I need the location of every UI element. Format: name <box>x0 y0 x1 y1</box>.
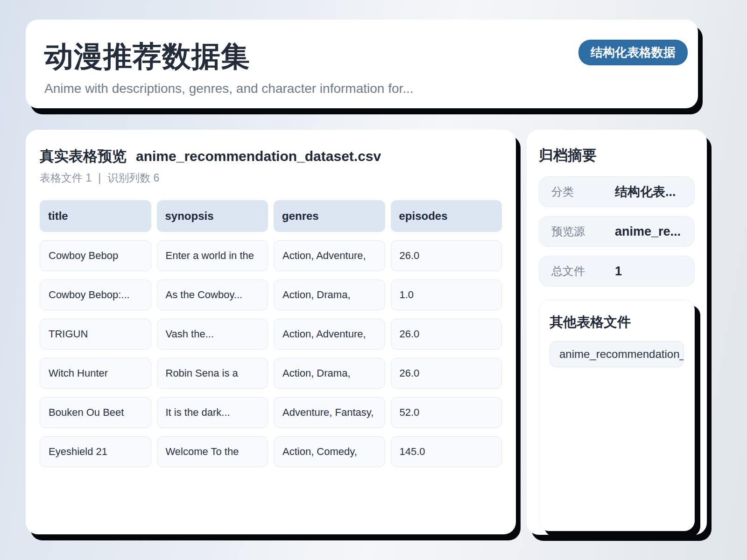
stat-label: 预览源 <box>551 224 615 239</box>
file-list-item[interactable]: anime_recommendation_d... <box>550 341 684 367</box>
table-cell: As the Cowboy... <box>157 280 268 310</box>
meta-column-count: 识别列数 6 <box>107 171 159 185</box>
stat-value: anime_re... <box>615 224 681 239</box>
table-cell: Action, Drama, <box>274 280 385 310</box>
archive-summary-card: 归档摘要 分类 结构化表... 预览源 anime_re... 总文件 1 其他… <box>527 130 707 535</box>
table-cell: Action, Adventure, <box>274 319 385 350</box>
page-subtitle: Anime with descriptions, genres, and cha… <box>44 81 679 96</box>
table-cell: Action, Drama, <box>274 358 385 389</box>
archive-summary-heading: 归档摘要 <box>539 146 695 165</box>
table-cell: Vash the... <box>157 319 268 350</box>
table-cell: Cowboy Bebop:... <box>40 280 151 310</box>
table-cell: Witch Hunter <box>40 358 151 389</box>
table-cell: 26.0 <box>391 319 502 350</box>
category-badge: 结构化表格数据 <box>578 40 688 65</box>
table-cell: TRIGUN <box>40 319 151 350</box>
table-cell: 26.0 <box>391 240 502 271</box>
column-header-genres: genres <box>274 200 385 232</box>
stat-label: 总文件 <box>551 264 615 279</box>
column-header-title: title <box>40 200 151 232</box>
meta-separator: | <box>98 172 101 184</box>
table-cell: Action, Comedy, <box>274 436 385 467</box>
other-files-card: 其他表格文件 anime_recommendation_d... <box>539 300 695 531</box>
table-cell: Enter a world in the <box>157 240 268 271</box>
table-cell: Action, Adventure, <box>274 240 385 271</box>
table-cell: Eyeshield 21 <box>40 436 151 467</box>
table-cell: Bouken Ou Beet <box>40 397 151 428</box>
stat-row-preview-source: 预览源 anime_re... <box>539 216 695 247</box>
table-cell: It is the dark... <box>157 397 268 428</box>
table-cell: Adventure, Fantasy, <box>274 397 385 428</box>
header-card: 动漫推荐数据集 Anime with descriptions, genres,… <box>26 20 698 108</box>
stat-value: 1 <box>615 264 622 279</box>
table-cell: 26.0 <box>391 358 502 389</box>
preview-filename: anime_recommendation_dataset.csv <box>136 148 381 164</box>
preview-heading-row: 真实表格预览 anime_recommendation_dataset.csv <box>40 147 502 166</box>
stat-label: 分类 <box>551 184 615 199</box>
table-cell: 1.0 <box>391 280 502 310</box>
table-cell: Cowboy Bebop <box>40 240 151 271</box>
column-header-episodes: episodes <box>391 200 502 232</box>
meta-file-count: 表格文件 1 <box>40 171 92 185</box>
stat-row-category: 分类 结构化表... <box>539 176 695 207</box>
column-header-synopsis: synopsis <box>157 200 268 232</box>
table-preview-card: 真实表格预览 anime_recommendation_dataset.csv … <box>26 130 516 534</box>
table-cell: Robin Sena is a <box>157 358 268 389</box>
table-cell: 52.0 <box>391 397 502 428</box>
preview-heading: 真实表格预览 <box>40 147 127 166</box>
table-cell: 145.0 <box>391 436 502 467</box>
stat-row-total-files: 总文件 1 <box>539 256 695 287</box>
other-files-heading: 其他表格文件 <box>550 313 684 332</box>
table-cell: Welcome To the <box>157 436 268 467</box>
preview-table: title synopsis genres episodes Cowboy Be… <box>40 200 502 467</box>
stat-value: 结构化表... <box>615 183 676 200</box>
preview-meta: 表格文件 1 | 识别列数 6 <box>40 171 502 185</box>
